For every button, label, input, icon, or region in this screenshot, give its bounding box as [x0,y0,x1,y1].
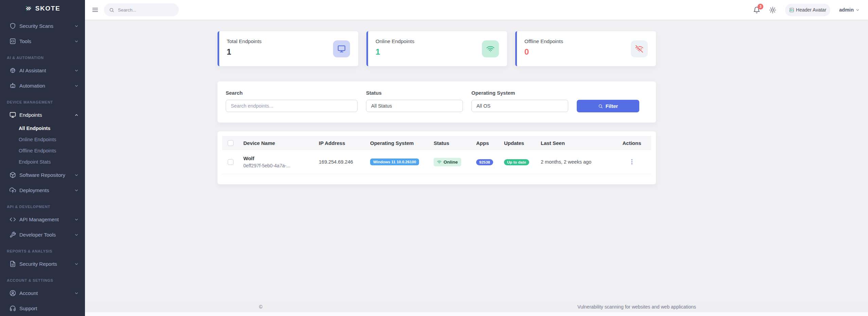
sidebar-item-support[interactable]: Support [0,301,85,316]
chevron-down-icon [74,68,79,73]
chevron-down-icon [74,233,79,237]
sidebar-item-endpoints[interactable]: Endpoints [0,107,85,123]
stat-title: Offline Endpoints [524,38,648,44]
apps-count-badge: 92538 [476,159,493,165]
status-select[interactable]: All Status [366,100,463,112]
sidebar-item-account[interactable]: Account [0,285,85,301]
footer-copyright: © [259,304,262,310]
sidebar-subitem-offline-endpoints[interactable]: Offline Endpoints [0,145,85,156]
updates-badge: Up to date [504,159,529,165]
global-search [104,3,179,16]
notifications-button[interactable]: 3 [753,6,760,14]
sidebar-item-label: Account [19,290,38,296]
sidebar-item-label: Developer Tools [19,232,56,238]
sidebar-subitem-all-endpoints[interactable]: All Endpoints [0,123,85,134]
theme-toggle-button[interactable] [769,6,776,14]
sidebar-item-ai-assistant[interactable]: AI Assistant [0,63,85,78]
sidebar-item-automation[interactable]: Automation [0,78,85,93]
sidebar-subitem-online-endpoints[interactable]: Online Endpoints [0,134,85,145]
button-spacer [577,90,639,96]
page-content: Total Endpoints 1 Online Endpoints 1 [85,20,868,301]
sidebar-item-label: Support [19,305,37,311]
status-label: Status [366,90,463,96]
select-all-checkbox[interactable] [228,140,233,146]
avatar[interactable]: Header Avatar [785,4,830,16]
row-checkbox[interactable] [228,159,233,165]
monitor-icon [9,112,16,118]
table-header-row: Device Name IP Address Operating System … [222,136,651,150]
monitor-icon [333,40,350,57]
sidebar-item-label: Security Scans [19,23,53,29]
chevron-down-icon [74,39,79,44]
sidebar-item-label: Security Reports [19,261,57,267]
user-circle-icon [9,290,16,297]
search-input[interactable] [117,7,175,13]
status-badge-label: Online [444,160,458,165]
sidebar-item-developer-tools[interactable]: Developer Tools [0,227,85,242]
topbar: 3 Header Avatar admin [85,0,868,20]
user-name: admin [839,7,854,13]
headphones-icon [9,305,16,312]
endpoint-search-input[interactable] [226,100,358,112]
sidebar: SKOTE Security Scans Tools AI & AUTOMATI… [0,0,85,316]
sidebar-item-software-repository[interactable]: Software Repository [0,167,85,183]
ip-address: 169.254.69.246 [319,159,353,165]
wifi-icon [437,160,441,164]
stat-value: 0 [524,47,648,57]
chevron-down-icon [74,291,79,296]
dots-vertical-icon[interactable]: ⋮ [629,159,635,165]
stats-cards-row: Total Endpoints 1 Online Endpoints 1 [218,31,656,66]
sidebar-item-label: Automation [19,83,45,89]
column-header-operating-system: Operating System [366,136,430,150]
sidebar-item-security-scans[interactable]: Security Scans [0,18,85,34]
shield-icon [9,23,16,30]
hamburger-icon[interactable] [90,4,101,15]
chevron-up-icon [74,113,79,117]
filter-button[interactable]: Filter [577,100,639,112]
os-select[interactable]: All OS [471,100,568,112]
sidebar-item-api-management[interactable]: API Management [0,212,85,227]
sidebar-section-device-management: DEVICE MANAGEMENT [0,93,85,107]
brain-icon [9,67,16,74]
os-label: Operating System [471,90,568,96]
sidebar-subitem-endpoint-stats[interactable]: Endpoint Stats [0,156,85,167]
sidebar-item-deployments[interactable]: Deployments [0,183,85,198]
search-icon [109,7,114,13]
chevron-down-icon [855,8,860,12]
column-header-updates: Updates [500,136,537,150]
sidebar-section-ai-automation: AI & AUTOMATION [0,49,85,63]
sidebar-item-label: API Management [19,217,59,222]
sidebar-item-tools[interactable]: Tools [0,34,85,49]
user-menu[interactable]: admin [839,7,860,13]
avatar-alt-text: Header Avatar [796,7,826,13]
os-badge: Windows 11 10.0.26100 [370,159,419,165]
stat-card-total-endpoints: Total Endpoints 1 [218,31,358,66]
search-label: Search [226,90,358,96]
column-header-last-seen: Last Seen [537,136,612,150]
wrench-icon [9,231,16,238]
chevron-down-icon [74,24,79,29]
device-id: 0eff297f-5eb0-4a7a-... [243,163,311,168]
stat-card-online-endpoints: Online Endpoints 1 [366,31,507,66]
broken-image-icon [789,7,794,13]
chevron-down-icon [74,173,79,178]
cloud-upload-icon [9,187,16,194]
wifi-icon [482,40,499,57]
stat-title: Online Endpoints [376,38,500,44]
package-icon [9,172,16,179]
main-area: 3 Header Avatar admin [85,0,868,316]
column-header-device-name: Device Name [239,136,315,150]
brand-name: SKOTE [35,5,60,12]
device-name[interactable]: Wolf [243,155,311,161]
brand-logo[interactable]: SKOTE [0,0,85,17]
sidebar-section-account-settings: ACCOUNT & SETTINGS [0,272,85,285]
stat-value: 1 [376,47,500,57]
sidebar-item-label: AI Assistant [19,68,46,73]
notification-count-badge: 3 [758,4,763,10]
footer-tagline: Vulnerability scanning for websites and … [577,304,696,310]
code-box-icon [9,38,16,45]
sidebar-item-label: Tools [19,38,31,44]
sidebar-item-security-reports[interactable]: Security Reports [0,256,85,272]
column-header-apps: Apps [472,136,500,150]
topbar-right: 3 Header Avatar admin [753,4,860,16]
